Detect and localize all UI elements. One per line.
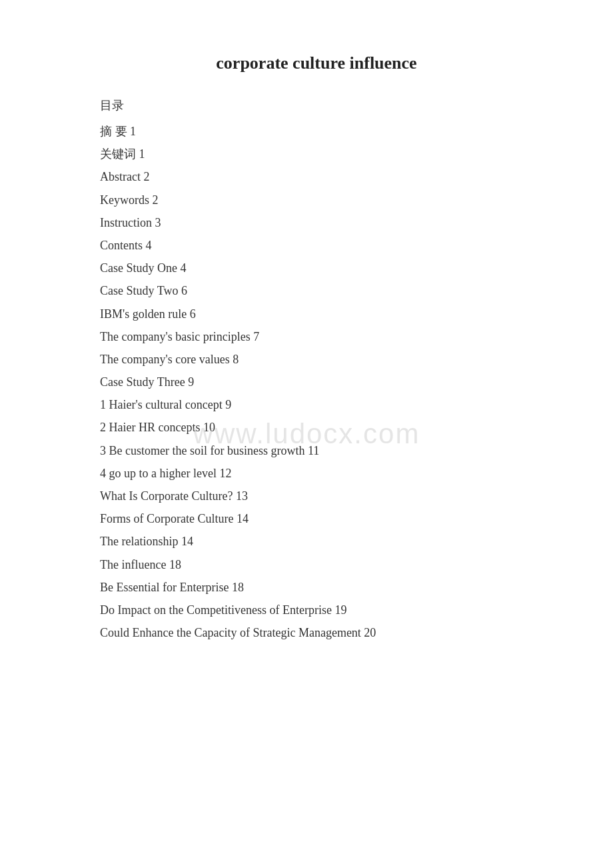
toc-item-12: 1 Haier's cultural concept 9 xyxy=(100,393,533,416)
toc-item-16: What Is Corporate Culture? 13 xyxy=(100,485,533,507)
toc-item-14: 3 Be customer the soil for business grow… xyxy=(100,439,533,462)
toc-item-5: Contents 4 xyxy=(100,234,533,257)
toc-item-13: 2 Haier HR concepts 10 xyxy=(100,416,533,439)
toc-item-9: The company's basic principles 7 xyxy=(100,325,533,348)
document-page: www.ludocx.com corporate culture influen… xyxy=(0,0,613,868)
toc-item-3: Keywords 2 xyxy=(100,189,533,211)
toc-item-18: The relationship 14 xyxy=(100,530,533,553)
toc-item-6: Case Study One 4 xyxy=(100,257,533,279)
toc-item-8: IBM's golden rule 6 xyxy=(100,303,533,325)
toc-item-2: Abstract 2 xyxy=(100,165,533,188)
toc-item-20: Be Essential for Enterprise 18 xyxy=(100,576,533,599)
toc-list: 摘 要 1关键词 1Abstract 2Keywords 2Instructio… xyxy=(100,120,533,644)
toc-item-1: 关键词 1 xyxy=(100,143,533,165)
toc-item-17: Forms of Corporate Culture 14 xyxy=(100,507,533,530)
toc-label: 目录 xyxy=(100,97,533,113)
toc-item-7: Case Study Two 6 xyxy=(100,279,533,302)
toc-item-19: The influence 18 xyxy=(100,553,533,576)
toc-item-21: Do Impact on the Competitiveness of Ente… xyxy=(100,599,533,621)
toc-item-22: Could Enhance the Capacity of Strategic … xyxy=(100,621,533,644)
toc-item-10: The company's core values 8 xyxy=(100,348,533,371)
toc-item-0: 摘 要 1 xyxy=(100,120,533,143)
toc-item-4: Instruction 3 xyxy=(100,211,533,234)
document-title: corporate culture influence xyxy=(100,53,533,73)
toc-item-15: 4 go up to a higher level 12 xyxy=(100,462,533,485)
toc-item-11: Case Study Three 9 xyxy=(100,371,533,393)
